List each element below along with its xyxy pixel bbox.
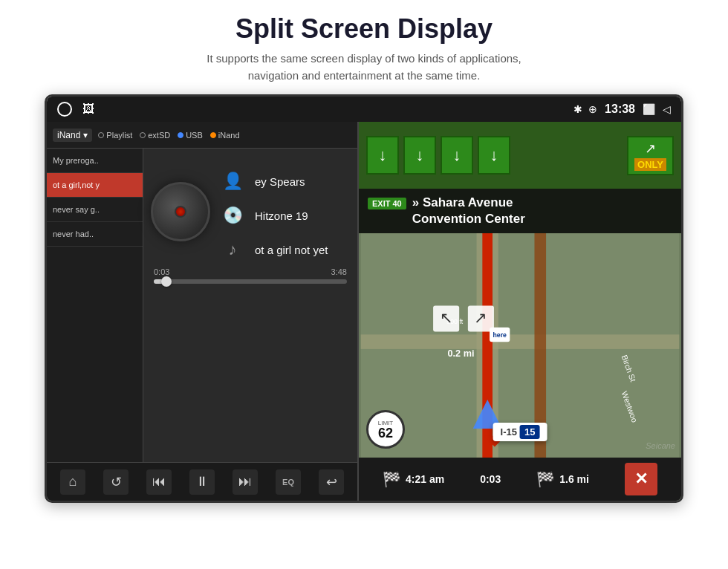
source-usb[interactable]: USB bbox=[178, 131, 203, 140]
nav-info-bar: EXIT 40 » Sahara Avenue Convention Cente… bbox=[359, 189, 681, 233]
status-left-icons: 🖼 bbox=[57, 102, 94, 117]
map-background: ↓ ↓ ↓ ↓ ↗ ONLY EXIT 40 » Saha bbox=[359, 122, 681, 501]
current-time: 0:03 bbox=[154, 267, 169, 276]
album-center bbox=[175, 206, 186, 218]
inand-label: iNand bbox=[218, 131, 240, 140]
nav-stat-arrival: 🏁 4:21 am bbox=[383, 470, 444, 488]
status-bar: 🖼 ✱ ⊕ 13:38 ⬜ ◁ bbox=[47, 97, 681, 122]
play-pause-button[interactable]: ⏸ bbox=[189, 469, 215, 495]
track-name: ot a girl not yet bbox=[255, 244, 328, 256]
progress-times: 0:03 3:48 bbox=[154, 267, 347, 276]
prev-button[interactable]: ⏮ bbox=[146, 469, 172, 495]
highway-sign-top: ↓ ↓ ↓ ↓ ↗ ONLY bbox=[359, 122, 681, 189]
album-name: Hitzone 19 bbox=[255, 209, 308, 222]
playlist-item-2[interactable]: never say g.. bbox=[47, 198, 143, 222]
watermark: Seicane bbox=[646, 441, 675, 450]
svg-text:0.2 mi: 0.2 mi bbox=[448, 348, 475, 359]
svg-text:↖: ↖ bbox=[440, 309, 453, 327]
control-bar: ⌂ ↺ ⏮ ⏸ ⏭ EQ ↩ bbox=[47, 462, 357, 501]
nav-close-button[interactable]: ✕ bbox=[625, 463, 657, 495]
speed-number: 62 bbox=[378, 426, 393, 440]
playlist-radio bbox=[98, 132, 104, 138]
device-frame: 🖼 ✱ ⊕ 13:38 ⬜ ◁ iNand ▾ bbox=[45, 94, 683, 503]
only-label: ONLY bbox=[634, 158, 666, 171]
location-icon: ⊕ bbox=[588, 103, 597, 115]
track-info: 👤 ey Spears 💿 Hitzone 19 ♪ ot a girl not… bbox=[221, 169, 350, 261]
extsd-label: extSD bbox=[148, 131, 170, 140]
only-arrow-icon: ↗ bbox=[645, 140, 656, 157]
flag-icon-2: 🏁 bbox=[536, 470, 555, 488]
playlist-item-3[interactable]: never had.. bbox=[47, 222, 143, 247]
source-playlist[interactable]: Playlist bbox=[98, 131, 132, 140]
person-icon: 👤 bbox=[221, 169, 244, 193]
flag-icon-1: 🏁 bbox=[383, 470, 401, 488]
playlist-sidebar: My preroga.. ot a girl,not y never say g… bbox=[47, 149, 143, 462]
track-row: ♪ ot a girl not yet bbox=[221, 238, 350, 261]
progress-thumb[interactable] bbox=[161, 276, 172, 287]
music-note-icon: ♪ bbox=[221, 238, 244, 261]
eq-button[interactable]: EQ bbox=[276, 469, 301, 495]
artist-name: ey Spears bbox=[255, 175, 305, 188]
remaining-distance: 1.6 mi bbox=[559, 473, 589, 485]
status-right-area: ✱ ⊕ 13:38 ⬜ ◁ bbox=[573, 103, 671, 116]
exit-badge: EXIT 40 bbox=[368, 198, 406, 209]
back-icon: ◁ bbox=[663, 103, 671, 115]
extsd-radio bbox=[140, 132, 146, 138]
source-extsd[interactable]: extSD bbox=[140, 131, 170, 140]
split-content: iNand ▾ Playlist extSD USB bbox=[47, 122, 681, 501]
bluetooth-icon: ✱ bbox=[573, 103, 582, 115]
arrow-down-1: ↓ bbox=[366, 136, 399, 175]
image-icon: 🖼 bbox=[82, 103, 94, 116]
inand-radio bbox=[210, 132, 216, 138]
arrival-time: 4:21 am bbox=[406, 473, 444, 485]
nav-exit-info: EXIT 40 » Sahara Avenue Convention Cente… bbox=[368, 195, 672, 227]
playlist-item-1[interactable]: ot a girl,not y bbox=[47, 173, 143, 198]
playlist-label: Playlist bbox=[106, 131, 132, 140]
source-options: Playlist extSD USB iNand bbox=[98, 131, 239, 140]
nav-bottom-bar: 🏁 4:21 am 0:03 🏁 1.6 mi ✕ bbox=[359, 458, 681, 501]
page-title: Split Screen Display bbox=[15, 13, 713, 45]
only-sign: ↗ ONLY bbox=[627, 136, 674, 175]
dropdown-arrow: ▾ bbox=[83, 130, 88, 140]
progress-bar[interactable] bbox=[154, 279, 347, 284]
arrow-down-4: ↓ bbox=[478, 136, 510, 175]
circle-icon bbox=[57, 102, 72, 117]
arrow-down-2: ↓ bbox=[403, 136, 436, 175]
highway-badge: I-15 15 bbox=[493, 423, 547, 441]
page-header: Split Screen Display It supports the sam… bbox=[0, 0, 728, 94]
arrow-down-3: ↓ bbox=[441, 136, 473, 175]
nav-stat-distance: 🏁 1.6 mi bbox=[536, 470, 589, 488]
svg-text:here: here bbox=[493, 331, 507, 339]
artist-row: 👤 ey Spears bbox=[221, 169, 350, 193]
page-subtitle: It supports the same screen display of t… bbox=[15, 51, 713, 84]
playlist-item-0[interactable]: My preroga.. bbox=[47, 149, 143, 173]
back-button[interactable]: ↩ bbox=[319, 469, 344, 495]
usb-label: USB bbox=[186, 131, 203, 140]
home-button[interactable]: ⌂ bbox=[60, 469, 85, 495]
nav-panel: ↓ ↓ ↓ ↓ ↗ ONLY EXIT 40 » Saha bbox=[359, 122, 681, 501]
nav-street-name: » Sahara Avenue Convention Center bbox=[412, 195, 525, 227]
disc-icon: 💿 bbox=[221, 204, 244, 227]
duration-time: 0:03 bbox=[480, 473, 501, 485]
player-area: 👤 ey Spears 💿 Hitzone 19 ♪ ot a girl not… bbox=[143, 149, 357, 462]
direction-arrows: ↓ ↓ ↓ ↓ bbox=[366, 136, 510, 175]
status-time: 13:38 bbox=[605, 103, 635, 116]
album-row: 💿 Hitzone 19 bbox=[221, 204, 350, 227]
svg-text:↗: ↗ bbox=[474, 309, 487, 327]
speed-badge: LIMIT 62 bbox=[366, 410, 405, 449]
usb-radio bbox=[178, 132, 183, 138]
album-art bbox=[151, 182, 210, 241]
repeat-button[interactable]: ↺ bbox=[103, 469, 129, 495]
nav-stat-duration: 0:03 bbox=[480, 473, 501, 485]
source-label: iNand bbox=[57, 130, 80, 140]
left-body: My preroga.. ot a girl,not y never say g… bbox=[47, 149, 357, 462]
music-panel: iNand ▾ Playlist extSD USB bbox=[47, 122, 359, 501]
total-time: 3:48 bbox=[331, 267, 347, 276]
source-dropdown[interactable]: iNand ▾ bbox=[53, 129, 92, 142]
source-bar: iNand ▾ Playlist extSD USB bbox=[47, 122, 357, 149]
highway-shield: 15 bbox=[520, 425, 539, 439]
next-button[interactable]: ⏭ bbox=[233, 469, 258, 495]
source-inand[interactable]: iNand bbox=[210, 131, 240, 140]
progress-section: 0:03 3:48 bbox=[151, 261, 350, 290]
highway-label: I-15 bbox=[501, 426, 517, 438]
